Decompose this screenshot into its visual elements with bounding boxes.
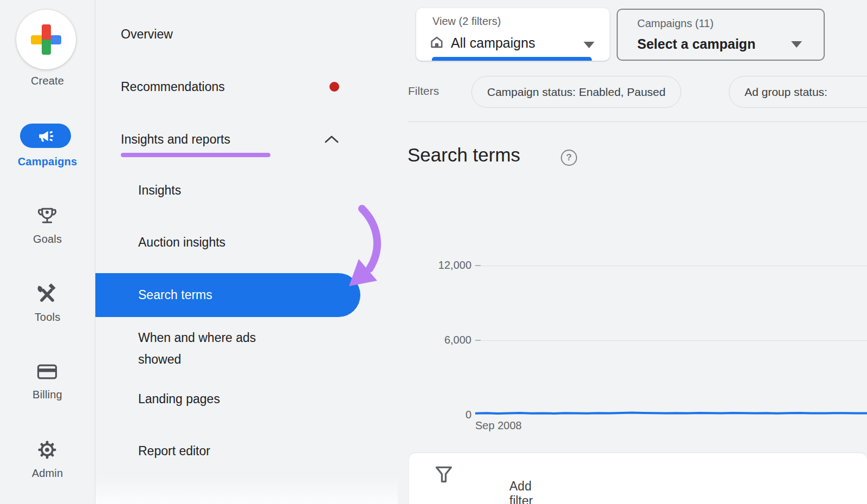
billing-label[interactable]: Billing bbox=[0, 389, 95, 401]
dropdown-caret-icon bbox=[584, 42, 594, 48]
search-terms-label: Search terms bbox=[138, 286, 212, 303]
view-selector-label: View (2 filters) bbox=[432, 15, 501, 28]
y-axis-tick-0: 0 bbox=[428, 409, 471, 421]
view-selector-value: All campaigns bbox=[451, 35, 535, 51]
gear-icon bbox=[35, 438, 59, 462]
sidebar-item-campaigns[interactable] bbox=[20, 124, 71, 148]
filter-chip-campaign-status[interactable]: Campaign status: Enabled, Paused bbox=[471, 76, 681, 108]
purple-arrow-annotation bbox=[340, 205, 392, 297]
wrench-hammer-icon bbox=[35, 283, 59, 307]
nav-item-recommendations[interactable]: Recommendations bbox=[121, 79, 225, 95]
add-filter-button[interactable]: Add filter bbox=[434, 464, 454, 487]
create-label: Create bbox=[0, 75, 95, 87]
purple-underline-annotation bbox=[121, 153, 270, 157]
y-axis-tick-6000: 6,000 bbox=[428, 334, 471, 346]
campaign-selector-value: Select a campaign bbox=[637, 36, 755, 52]
sidebar-item-admin[interactable] bbox=[35, 438, 59, 464]
admin-label[interactable]: Admin bbox=[0, 467, 95, 480]
megaphone-icon bbox=[37, 127, 54, 145]
tools-label[interactable]: Tools bbox=[0, 311, 95, 324]
chart-area bbox=[475, 260, 867, 430]
campaign-selector-dropdown[interactable]: Campaigns (11) Select a campaign bbox=[617, 9, 825, 61]
divider bbox=[408, 121, 867, 122]
page-title: Search terms bbox=[407, 144, 520, 166]
home-icon bbox=[429, 35, 444, 52]
view-selector-dropdown[interactable]: View (2 filters) All campaigns bbox=[416, 8, 610, 61]
nav-item-when-and-where-ads-showed[interactable]: When and where ads showed bbox=[138, 327, 298, 370]
nav-bottom-fade bbox=[95, 476, 398, 504]
view-selector-active-bar bbox=[432, 57, 592, 61]
nav-item-insights-and-reports[interactable]: Insights and reports bbox=[121, 131, 230, 147]
notification-dot bbox=[329, 82, 339, 92]
x-axis-tick-sep-2008: Sep 2008 bbox=[475, 419, 522, 432]
dropdown-caret-icon bbox=[791, 41, 802, 48]
filter-chip-ad-group-status[interactable]: Ad group status: bbox=[729, 76, 867, 108]
y-axis-tick-12000: 12,000 bbox=[428, 259, 471, 272]
nav-item-auction-insights[interactable]: Auction insights bbox=[138, 234, 225, 250]
campaign-selector-label: Campaigns (11) bbox=[637, 17, 714, 30]
chart-line bbox=[475, 260, 867, 428]
nav-item-landing-pages[interactable]: Landing pages bbox=[138, 391, 220, 407]
sidebar-item-billing[interactable] bbox=[35, 360, 59, 386]
credit-card-icon bbox=[35, 360, 59, 384]
nav-item-search-terms-selected[interactable]: Search terms bbox=[95, 273, 360, 317]
trophy-icon bbox=[35, 205, 59, 229]
chevron-up-icon[interactable] bbox=[324, 135, 339, 146]
nav-item-overview[interactable]: Overview bbox=[121, 26, 173, 42]
campaigns-label[interactable]: Campaigns bbox=[0, 156, 95, 168]
google-plus-icon-vertical bbox=[42, 24, 51, 55]
sidebar-item-goals[interactable] bbox=[35, 205, 59, 231]
icon-rail: Create Campaigns bbox=[0, 0, 95, 504]
help-icon[interactable]: ? bbox=[561, 150, 577, 166]
table-toolbar: Add filter bbox=[409, 453, 867, 504]
add-filter-label: Add filter bbox=[509, 479, 533, 504]
create-button[interactable] bbox=[16, 10, 76, 69]
filters-row-label: Filters bbox=[408, 85, 439, 98]
google-ads-search-terms-page: Create Campaigns bbox=[0, 0, 867, 504]
sidebar-item-tools[interactable] bbox=[35, 283, 59, 309]
nav-item-report-editor[interactable]: Report editor bbox=[138, 443, 210, 459]
goals-label[interactable]: Goals bbox=[0, 233, 95, 245]
nav-item-insights[interactable]: Insights bbox=[138, 182, 181, 198]
funnel-icon bbox=[434, 464, 454, 484]
